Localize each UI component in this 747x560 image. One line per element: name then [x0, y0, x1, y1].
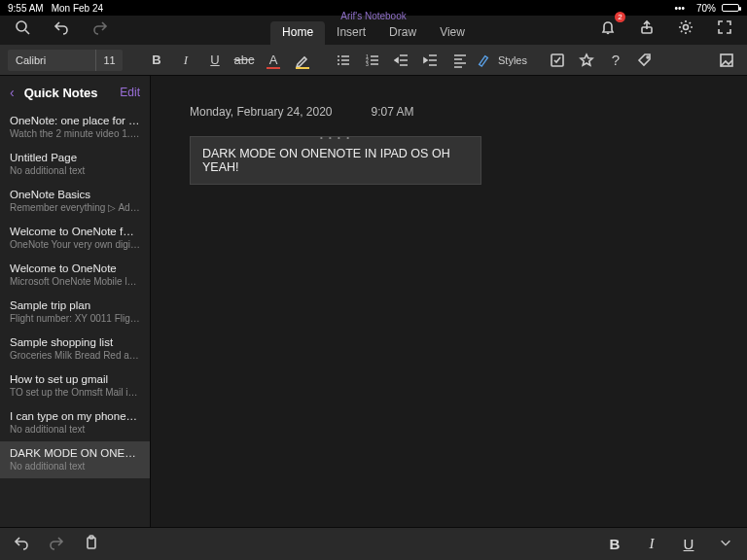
svg-point-4 — [338, 55, 339, 57]
note-title: OneNote: one place for all o... — [10, 115, 140, 126]
title-row: Arif's Notebook Home Insert Draw View 2 — [0, 16, 747, 45]
settings-icon[interactable] — [673, 16, 698, 39]
list-item[interactable]: Untitled PageNo additional text — [0, 146, 150, 183]
note-preview: Flight number: XY 0011 Flight r... — [10, 313, 140, 324]
ipad-status-bar: 9:55 AM Mon Feb 24 ••• 70% — [0, 0, 747, 16]
battery-percent: 70% — [696, 3, 716, 14]
note-title: Sample shopping list — [10, 336, 140, 348]
paste-button[interactable] — [82, 535, 101, 553]
svg-point-11 — [647, 56, 649, 58]
italic-button[interactable]: I — [173, 49, 198, 72]
italic-bottom-button[interactable]: I — [642, 536, 661, 552]
note-editor[interactable]: Monday, February 24, 2020 9:07 AM • • • … — [151, 76, 747, 527]
decrease-indent-button[interactable] — [389, 49, 414, 72]
note-title: How to set up gmail — [10, 373, 140, 385]
undo-bottom-button[interactable] — [12, 535, 31, 553]
note-preview: No additional text — [10, 461, 140, 472]
svg-point-3 — [684, 25, 689, 30]
note-preview: OneNote Your very own digital... — [10, 239, 140, 250]
note-datetime: Monday, February 24, 2020 9:07 AM — [190, 105, 747, 119]
list-item[interactable]: OneNote BasicsRemember everything ▷ Add … — [0, 183, 150, 220]
ribbon-tabs: Home Insert Draw View — [270, 21, 477, 45]
note-title: OneNote Basics — [10, 189, 140, 200]
app-root: 9:55 AM Mon Feb 24 ••• 70% Arif's Notebo… — [0, 0, 747, 560]
strikethrough-button[interactable]: abc — [231, 49, 257, 72]
increase-indent-button[interactable] — [418, 49, 444, 72]
notifications-icon[interactable]: 2 — [595, 16, 621, 39]
list-item[interactable]: Sample trip planFlight number: XY 0011 F… — [0, 294, 150, 331]
list-item[interactable]: I can type on my phone wit...No addition… — [0, 404, 150, 441]
formatting-ribbon: Calibri 11 B I U abc A 123 Styles ? — [0, 45, 747, 76]
note-date: Monday, February 24, 2020 — [190, 105, 333, 119]
search-icon[interactable] — [10, 16, 35, 39]
note-preview: TO set up the Onmsft Mail in Wi... — [10, 387, 140, 398]
note-list[interactable]: OneNote: one place for all o...Watch the… — [0, 109, 150, 527]
todo-checkbox-button[interactable] — [545, 49, 570, 72]
status-date: Mon Feb 24 — [52, 3, 103, 14]
battery-icon — [722, 4, 739, 12]
redo-icon[interactable] — [88, 16, 113, 39]
page-background-button[interactable] — [714, 49, 739, 72]
align-button[interactable] — [447, 49, 473, 72]
tab-draw[interactable]: Draw — [377, 21, 428, 45]
list-item[interactable]: How to set up gmailTO set up the Onmsft … — [0, 368, 150, 404]
list-item[interactable]: OneNote: one place for all o...Watch the… — [0, 109, 150, 146]
section-title: Quick Notes — [24, 86, 98, 100]
container-handle-icon[interactable]: • • • • — [320, 133, 351, 142]
bullet-list-button[interactable] — [331, 49, 356, 72]
note-content-container[interactable]: • • • • DARK MODE ON ONENOTE IN IPAD OS … — [190, 136, 481, 185]
styles-label: Styles — [494, 54, 531, 66]
dots-icon: ••• — [674, 3, 685, 14]
list-item[interactable]: Sample shopping listGroceries Milk Bread… — [0, 331, 150, 368]
notifications-badge: 2 — [615, 12, 625, 22]
note-title: DARK MODE ON ONENOTE... — [10, 447, 140, 459]
star-tag-button[interactable] — [574, 49, 599, 72]
back-button[interactable]: ‹ — [10, 85, 15, 100]
tab-home[interactable]: Home — [270, 21, 325, 45]
note-title: Welcome to OneNote for Mac — [10, 226, 140, 237]
edit-button[interactable]: Edit — [120, 86, 140, 99]
underline-bottom-button[interactable]: U — [679, 536, 698, 552]
bottom-toolbar: B I U — [0, 527, 747, 560]
list-item[interactable]: Welcome to OneNoteMicrosoft OneNote Mobi… — [0, 257, 150, 294]
list-item[interactable]: Welcome to OneNote for MacOneNote Your v… — [0, 220, 150, 257]
highlight-button[interactable] — [290, 49, 315, 72]
list-item[interactable]: DARK MODE ON ONENOTE...No additional tex… — [0, 441, 150, 478]
note-preview: Watch the 2 minute video 1. Ta... — [10, 128, 140, 139]
note-title: Welcome to OneNote — [10, 262, 140, 274]
question-tag-button[interactable]: ? — [603, 49, 628, 72]
note-preview: No additional text — [10, 165, 140, 176]
numbered-list-button[interactable]: 123 — [360, 49, 385, 72]
styles-button[interactable]: Styles — [477, 49, 531, 72]
note-preview: No additional text — [10, 424, 140, 435]
underline-button[interactable]: U — [202, 49, 228, 72]
sidebar: ‹ Quick Notes Edit OneNote: one place fo… — [0, 76, 151, 527]
note-title: I can type on my phone wit... — [10, 410, 140, 422]
svg-text:3: 3 — [366, 61, 369, 67]
font-selector[interactable]: Calibri 11 — [8, 50, 123, 71]
font-size[interactable]: 11 — [95, 50, 123, 71]
note-content[interactable]: DARK MODE ON ONENOTE IN IPAD OS OH YEAH! — [202, 147, 450, 174]
note-preview: Microsoft OneNote Mobile lets y... — [10, 276, 140, 287]
status-time: 9:55 AM — [8, 3, 44, 14]
note-time: 9:07 AM — [372, 105, 414, 119]
svg-point-5 — [338, 59, 339, 61]
tab-insert[interactable]: Insert — [325, 21, 377, 45]
fullscreen-icon[interactable] — [712, 16, 737, 39]
main-body: ‹ Quick Notes Edit OneNote: one place fo… — [0, 76, 747, 527]
note-title: Untitled Page — [10, 152, 140, 163]
svg-point-6 — [338, 63, 339, 65]
font-color-button[interactable]: A — [261, 49, 286, 72]
undo-icon[interactable] — [49, 16, 74, 39]
tags-button[interactable] — [632, 49, 658, 72]
redo-bottom-button[interactable] — [47, 535, 66, 553]
font-name[interactable]: Calibri — [8, 54, 95, 66]
bold-button[interactable]: B — [144, 49, 169, 72]
note-preview: Remember everything ▷ Add Ta... — [10, 202, 140, 213]
more-formatting-button[interactable] — [716, 536, 735, 552]
note-preview: Groceries Milk Bread Red appl... — [10, 350, 140, 361]
note-title: Sample trip plan — [10, 299, 140, 311]
tab-view[interactable]: View — [428, 21, 477, 45]
share-icon[interactable] — [634, 16, 659, 39]
bold-bottom-button[interactable]: B — [605, 536, 624, 552]
